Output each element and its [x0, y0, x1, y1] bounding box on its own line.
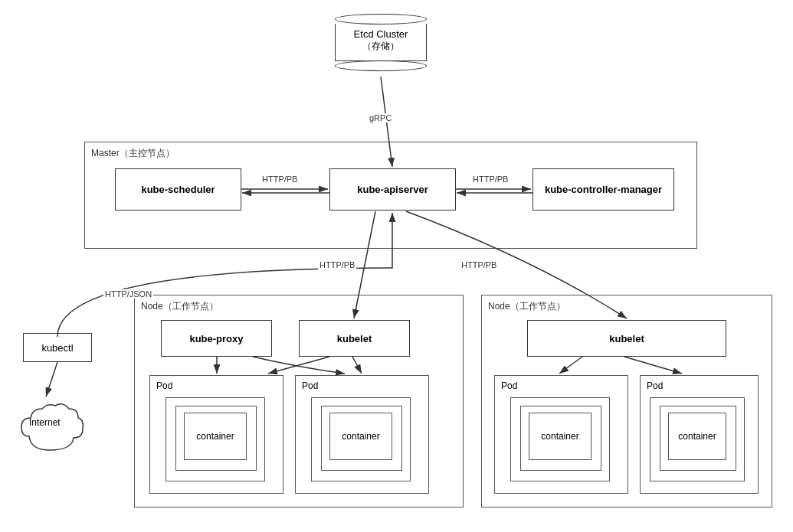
node1-region-label: Node（工作节点）: [141, 300, 218, 313]
diagram: Etcd Cluster （存储） Master（主控节点） kube-sche…: [0, 0, 793, 532]
node2-kubelet-box: kubelet: [527, 320, 726, 357]
kube-proxy-label: kube-proxy: [189, 333, 243, 344]
http-pb2-label: HTTP/PB: [471, 175, 510, 184]
node2-pod2-container: container: [678, 431, 716, 442]
grpc-label: gRPC: [368, 113, 393, 122]
node2-pod1-label: Pod: [501, 380, 517, 391]
node1-pod1-container: container: [196, 431, 234, 442]
kube-scheduler-label: kube-scheduler: [141, 184, 215, 195]
cylinder-main: Etcd Cluster （存储）: [335, 24, 427, 61]
node1-pod2-label: Pod: [302, 380, 318, 391]
kube-controller-label: kube-controller-manager: [545, 184, 662, 195]
cylinder-top: [335, 14, 427, 24]
http-pb1-label: HTTP/PB: [261, 175, 299, 184]
master-region-label: Master（主控节点）: [91, 147, 175, 160]
node2-pod2: Pod container: [640, 375, 759, 494]
internet-label: Internet: [29, 417, 61, 428]
kube-controller-box: kube-controller-manager: [532, 168, 674, 211]
kube-scheduler-box: kube-scheduler: [115, 168, 241, 211]
node1-pod1: Pod container: [149, 375, 283, 494]
kube-apiserver-box: kube-apiserver: [329, 168, 456, 211]
node1-kubelet-box: kubelet: [299, 320, 410, 357]
node2-region-label: Node（工作节点）: [488, 300, 565, 313]
kube-proxy-box: kube-proxy: [161, 320, 272, 357]
etcd-label1: Etcd Cluster: [354, 28, 408, 40]
internet-cloud: Internet: [15, 398, 84, 455]
node1-pod1-label: Pod: [156, 380, 172, 391]
etcd-label2: （存储）: [362, 40, 399, 53]
svg-line-8: [46, 362, 57, 397]
node2-pod1-container: container: [541, 431, 578, 442]
http-json-label: HTTP/JSON: [103, 289, 153, 299]
kubectl-box: kubectl: [23, 333, 92, 362]
etcd-cluster: Etcd Cluster （存储）: [335, 14, 427, 71]
http-pb3-label: HTTP/PB: [318, 260, 356, 269]
node2-kubelet-label: kubelet: [609, 333, 644, 344]
node2-pod2-label: Pod: [647, 380, 663, 391]
node1-kubelet-label: kubelet: [337, 333, 372, 344]
node2-pod1: Pod container: [494, 375, 628, 494]
node1-pod2-container: container: [342, 431, 379, 442]
http-pb4-label: HTTP/PB: [460, 260, 498, 269]
kubectl-label: kubectl: [41, 342, 73, 354]
cylinder-bottom: [335, 60, 427, 71]
kube-apiserver-label: kube-apiserver: [357, 184, 428, 195]
node1-pod2: Pod container: [295, 375, 429, 494]
